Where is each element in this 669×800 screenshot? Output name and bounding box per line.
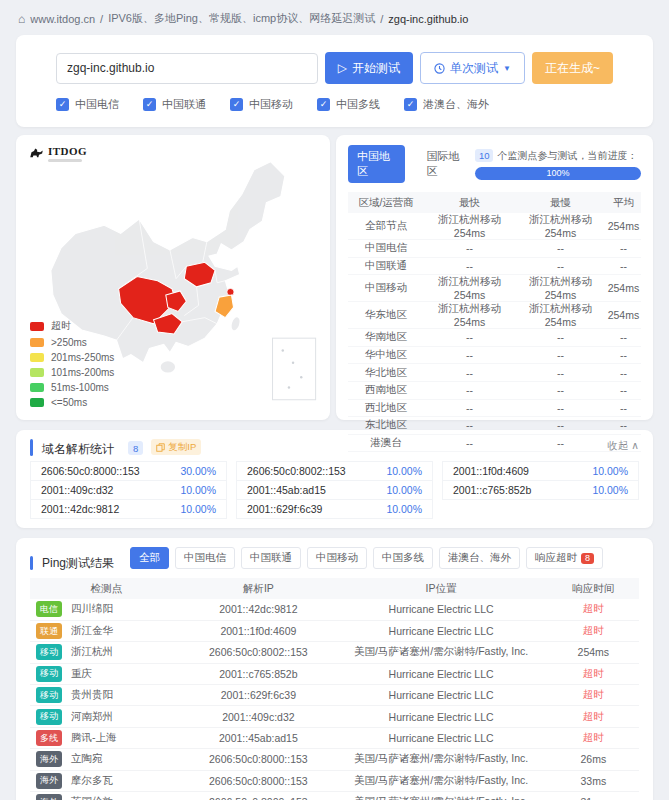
single-test-dropdown[interactable]: 单次测试 ▼	[420, 52, 525, 84]
stats-column-header: 最快	[424, 192, 515, 213]
dns-ip-cell: 2001::42dc:9812 10.00%	[30, 499, 227, 519]
carrier-checkbox[interactable]: ✓ 中国联通	[143, 97, 206, 112]
ping-filter-tab[interactable]: 中国多线	[373, 547, 433, 569]
stats-row: 中国移动 浙江杭州移动 254ms 浙江杭州移动 254ms 254ms	[348, 275, 641, 302]
dns-count-badge: 8	[128, 441, 143, 455]
ping-row: 联通 浙江金华 2001::1f0d:4609 Hurricane Electr…	[30, 620, 639, 641]
node-name: 摩尔多瓦	[71, 773, 113, 785]
carrier-checkbox[interactable]: ✓ 中国多线	[317, 97, 380, 112]
stats-slowest: --	[515, 381, 606, 399]
collapse-button[interactable]: 收起 ∧	[607, 439, 639, 453]
dns-ip-cell: 2001::629f:6c39 10.00%	[236, 499, 433, 519]
home-icon[interactable]: ⌂	[18, 12, 25, 26]
stats-row: 华北地区 -- -- --	[348, 364, 641, 382]
breadcrumb-separator: /	[100, 13, 103, 25]
node-name: 重庆	[71, 666, 92, 678]
generating-button[interactable]: 正在生成~	[532, 52, 613, 84]
legend-color-chip	[30, 398, 44, 407]
ping-row: 移动 重庆 2001::c765:852b Hurricane Electric…	[30, 663, 639, 684]
carrier-badge: 移动	[36, 709, 62, 725]
response-time: 31ms	[548, 792, 639, 800]
play-icon: ▷	[338, 61, 347, 75]
node-name: 浙江杭州	[71, 645, 113, 657]
resolved-ip: 2001::409c:d32	[182, 706, 334, 727]
stats-slowest: --	[515, 399, 606, 417]
stats-region: 东北地区	[348, 417, 424, 435]
dns-ip-percent: 10.00%	[180, 503, 216, 515]
carrier-checkboxes: ✓ 中国电信 ✓ 中国联通 ✓ 中国移动 ✓ 中国多线 ✓ 港澳台、海外	[56, 97, 613, 112]
legend-color-chip	[30, 383, 44, 392]
checkbox-checked-icon: ✓	[56, 98, 69, 111]
dns-ip-value: 2001::42dc:9812	[41, 503, 119, 515]
ping-section-title: Ping测试结果	[42, 556, 116, 570]
node-name: 立陶宛	[71, 752, 103, 764]
ping-filter-tabs: 全部 中国电信 中国联通 中国移动	[130, 547, 603, 569]
region-shanghai[interactable]	[227, 288, 234, 295]
south-sea-inset	[273, 338, 316, 400]
stats-column-header: 平均	[606, 192, 641, 213]
legend-item: 101ms-200ms	[30, 367, 114, 378]
carrier-badge: 电信	[36, 601, 62, 617]
legend-item: 201ms-250ms	[30, 352, 114, 363]
ping-filter-tab[interactable]: 中国联通	[241, 547, 301, 569]
dns-ip-percent: 30.00%	[180, 465, 216, 477]
dns-section-title: 域名解析统计	[42, 442, 116, 456]
progress-label: 10 个监测点参与测试，当前进度：	[475, 149, 641, 163]
dns-ip-cell: 2001::409c:d32 10.00%	[30, 480, 227, 500]
region-tabs: 中国地区 国际地区	[348, 145, 475, 183]
carrier-checkbox[interactable]: ✓ 中国移动	[230, 97, 293, 112]
node-name: 四川绵阳	[71, 602, 113, 614]
stats-fastest: --	[424, 434, 515, 452]
legend-item: 51ms-100ms	[30, 382, 114, 393]
ping-column-header: 检测点	[30, 578, 182, 599]
ping-row: 移动 浙江杭州 2606:50c0:8002::153 美国/马萨诸塞州/需尔谢…	[30, 642, 639, 663]
ping-filter-tab[interactable]: 中国电信	[175, 547, 235, 569]
resolved-ip: 2001::45ab:ad15	[182, 727, 334, 748]
ping-filter-tab[interactable]: 全部	[130, 547, 169, 569]
copy-ip-button[interactable]: 复制IP	[151, 439, 201, 455]
title-accent-bar	[30, 439, 33, 456]
ip-location: 美国/马萨诸塞州/需尔谢特/Fastly, Inc.	[335, 770, 548, 791]
ip-location: 美国/马萨诸塞州/需尔谢特/Fastly, Inc.	[335, 642, 548, 663]
response-time: 超时	[548, 663, 639, 684]
start-test-button[interactable]: ▷ 开始测试	[325, 52, 413, 84]
carrier-checkbox[interactable]: ✓ 港澳台、海外	[404, 97, 489, 112]
region-tab[interactable]: 国际地区	[417, 145, 474, 183]
stats-region: 中国联通	[348, 257, 424, 275]
stats-region: 西南地区	[348, 381, 424, 399]
ping-filter-tab[interactable]: 响应超时 8	[526, 547, 603, 569]
ping-filter-tab[interactable]: 港澳台、海外	[439, 547, 520, 569]
breadcrumb: ⌂ www.itdog.cn / IPV6版、多地Ping、常规版、icmp协议…	[0, 0, 669, 33]
ping-filter-tab[interactable]: 中国移动	[307, 547, 367, 569]
carrier-badge: 联通	[36, 623, 62, 639]
stats-row: 华东地区 浙江杭州移动 254ms 浙江杭州移动 254ms 254ms	[348, 302, 641, 329]
stats-slowest: --	[515, 434, 606, 452]
stats-region: 西北地区	[348, 399, 424, 417]
region-hainan	[161, 361, 175, 372]
stats-region: 港澳台	[348, 434, 424, 452]
carrier-checkbox[interactable]: ✓ 中国电信	[56, 97, 119, 112]
ping-results-table: 检测点解析IPIP位置响应时间 电信 四川绵阳 2001::42dc:9812 …	[30, 578, 639, 800]
ping-row: 海外 英国伦敦 2606:50c0:8000::153 美国/马萨诸塞州/需尔谢…	[30, 792, 639, 800]
region-tab[interactable]: 中国地区	[348, 145, 405, 183]
resolved-ip: 2606:50c0:8000::153	[182, 770, 334, 791]
host-input[interactable]	[56, 53, 318, 84]
ip-location: Hurricane Electric LLC	[335, 599, 548, 620]
legend-color-chip	[30, 368, 44, 377]
dns-ip-cell: 2001::45ab:ad15 10.00%	[236, 480, 433, 500]
breadcrumb-site[interactable]: www.itdog.cn	[30, 13, 95, 25]
dns-ip-cell: 2001::c765:852b 10.00%	[442, 480, 639, 500]
dns-ip-cell: 2606:50c0:8002::153 10.00%	[236, 461, 433, 481]
chevron-up-icon: ∧	[631, 439, 639, 451]
response-time: 超时	[548, 599, 639, 620]
dns-ip-percent: 10.00%	[592, 465, 628, 477]
stats-slowest: --	[515, 257, 606, 275]
stats-region: 中国移动	[348, 275, 424, 302]
resolved-ip: 2001::629f:6c39	[182, 685, 334, 706]
stats-region: 全部节点	[348, 213, 424, 240]
checkbox-checked-icon: ✓	[230, 98, 243, 111]
logo-tagline	[48, 159, 82, 162]
stats-row: 华南地区 -- -- --	[348, 329, 641, 347]
stats-slowest: 浙江杭州移动 254ms	[515, 302, 606, 329]
search-card: ▷ 开始测试 单次测试 ▼ 正在生成~ ✓ 中国电信 ✓ 中国联通 ✓ 中	[16, 35, 653, 127]
